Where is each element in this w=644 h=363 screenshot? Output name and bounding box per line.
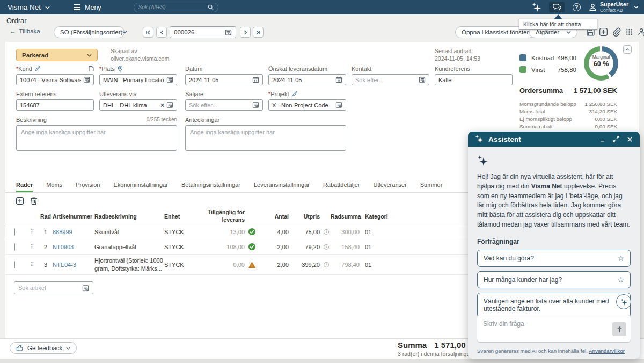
chevron-down-icon bbox=[122, 31, 127, 34]
projekt-input[interactable]: X - Non-Project Code. bbox=[268, 99, 346, 111]
artikelnummer-link[interactable]: NT0903 bbox=[53, 244, 94, 250]
lookup-icon[interactable] bbox=[419, 76, 426, 83]
edit-pencil-icon[interactable] bbox=[292, 91, 298, 97]
assistant-welcome: Hej! Jag är din nya virtuella assistent,… bbox=[477, 172, 630, 230]
suggestion-button[interactable]: Vad kan du göra? ☆ bbox=[477, 250, 631, 267]
kundreferens-label: Kundreferens bbox=[435, 65, 513, 72]
tab-betalningsinstallningar[interactable]: Betalningsinställningar bbox=[181, 179, 240, 191]
edit-pencil-icon[interactable] bbox=[35, 66, 41, 71]
global-search-input[interactable]: Sök (Alt+S) bbox=[134, 3, 218, 12]
calendar-icon[interactable] bbox=[335, 76, 342, 83]
price-details-icon[interactable] bbox=[320, 244, 331, 250]
user-history-icon[interactable] bbox=[638, 27, 644, 37]
copy-icon[interactable] bbox=[89, 66, 94, 72]
add-row-icon[interactable] bbox=[15, 196, 24, 205]
brand-menu[interactable]: Visma Net bbox=[0, 3, 50, 11]
tab-rader[interactable]: Rader bbox=[16, 179, 33, 192]
tab-summor[interactable]: Summor bbox=[420, 179, 443, 191]
utleverans-via-input[interactable]: DHL - DHL klima × bbox=[99, 99, 177, 111]
lookup-icon[interactable] bbox=[225, 29, 232, 36]
suggestion-button[interactable]: Hur många kunder har jag? ☆ bbox=[477, 271, 631, 288]
order-number-input[interactable]: 000026 bbox=[170, 26, 236, 38]
clear-icon[interactable]: × bbox=[160, 101, 164, 109]
datum-input[interactable]: 2024-11-05 bbox=[185, 74, 263, 85]
collapse-panel-button[interactable] bbox=[623, 45, 632, 54]
expand-icon[interactable] bbox=[613, 136, 619, 142]
tab-ekonomiinstallningar[interactable]: Ekonomiinställningar bbox=[113, 179, 168, 191]
tab-rabattdetaljer[interactable]: Rabattdetaljer bbox=[323, 179, 360, 191]
suggestion-button[interactable]: Vänligen ange en lista över alla kunder … bbox=[477, 293, 631, 317]
lookup-icon[interactable] bbox=[83, 76, 90, 83]
ai-sparkle-icon[interactable] bbox=[532, 3, 541, 12]
kostnad-value: 498,00 bbox=[558, 55, 576, 61]
drag-handle-icon[interactable]: ⠿ bbox=[30, 262, 39, 267]
available-ok-icon bbox=[248, 228, 256, 236]
help-icon[interactable]: ? bbox=[573, 3, 581, 11]
user-menu[interactable]: SuperUser Confect AB bbox=[589, 2, 639, 13]
tab-provision[interactable]: Provision bbox=[76, 179, 100, 191]
leveransdatum-input[interactable]: 2024-11-05 bbox=[268, 74, 346, 85]
location-pin-icon[interactable] bbox=[118, 66, 123, 72]
delete-row-icon[interactable] bbox=[29, 196, 38, 205]
minimize-icon[interactable] bbox=[599, 136, 605, 142]
lookup-icon[interactable] bbox=[335, 101, 342, 108]
lookup-icon[interactable] bbox=[82, 285, 89, 292]
anteckningar-textarea[interactable]: Ange inga känsliga uppgifter här bbox=[185, 125, 346, 151]
extern-referens-input[interactable]: 154687 bbox=[16, 99, 94, 111]
feedback-button[interactable]: Ge feedback bbox=[10, 342, 77, 354]
plats-input[interactable]: MAIN - Primary Location bbox=[99, 74, 177, 85]
chat-icon[interactable] bbox=[549, 2, 565, 12]
row-checkbox[interactable] bbox=[14, 228, 15, 236]
price-details-icon[interactable] bbox=[320, 229, 331, 235]
terms-link[interactable]: Användarvillkor bbox=[589, 348, 625, 354]
add-icon[interactable] bbox=[599, 27, 608, 37]
assistant-sparkle-button[interactable] bbox=[616, 294, 631, 309]
ordersumma-row: Ordersumma1 571,00 SEK bbox=[519, 86, 617, 95]
lookup-icon[interactable] bbox=[166, 76, 173, 83]
kund-input[interactable]: 10074 - Visma Software AB bbox=[16, 74, 94, 85]
lookup-icon[interactable] bbox=[252, 101, 259, 108]
chevron-down-icon bbox=[634, 5, 639, 9]
star-icon[interactable]: ☆ bbox=[617, 276, 624, 284]
grid-notes-icon[interactable] bbox=[625, 27, 634, 37]
assistant-title: Assistent bbox=[488, 135, 521, 143]
order-type-select[interactable]: SO (Försäljningsorder) bbox=[54, 26, 125, 38]
row-checkbox[interactable] bbox=[14, 261, 15, 268]
kontakt-input[interactable]: Sök efter... bbox=[352, 74, 429, 85]
menu-button[interactable]: Meny bbox=[74, 4, 101, 11]
artikelnummer-link[interactable]: NTE04-3 bbox=[53, 262, 94, 268]
kund-label: *Kund bbox=[16, 65, 94, 72]
thumb-up-icon bbox=[16, 344, 24, 352]
price-details-icon[interactable] bbox=[320, 262, 331, 268]
artikelnummer-link[interactable]: 888999 bbox=[53, 229, 94, 235]
kostnad-swatch bbox=[519, 54, 526, 61]
send-arrow-button[interactable] bbox=[612, 322, 626, 336]
drag-handle-icon[interactable]: ⠿ bbox=[30, 229, 39, 235]
extern-referens-label: Extern referens bbox=[16, 90, 94, 97]
last-record-button[interactable] bbox=[253, 27, 264, 38]
back-button[interactable]: ← Tillbaka bbox=[10, 28, 40, 34]
drag-handle-icon[interactable]: ⠿ bbox=[30, 244, 39, 250]
kundreferens-input[interactable]: Kalle bbox=[435, 74, 513, 85]
close-icon[interactable] bbox=[627, 136, 633, 142]
kontakt-label: Kontakt bbox=[352, 65, 429, 72]
tab-utleveranser[interactable]: Utleveranser bbox=[373, 179, 406, 191]
tab-moms[interactable]: Moms bbox=[46, 179, 62, 191]
star-icon[interactable]: ☆ bbox=[617, 255, 624, 262]
summary-row: Ej momspliktigt belopp0,00 SEK bbox=[519, 116, 617, 122]
calendar-icon[interactable] bbox=[252, 76, 259, 83]
beskrivning-textarea[interactable]: Ange inga känsliga uppgifter här bbox=[16, 125, 177, 151]
saljare-input[interactable]: Sök efter... bbox=[185, 99, 263, 111]
lookup-icon[interactable] bbox=[166, 101, 173, 108]
previous-record-button[interactable] bbox=[156, 27, 167, 38]
status-dropdown[interactable]: Parkerad bbox=[16, 49, 98, 61]
assistant-question-input[interactable]: Skriv din fråga bbox=[477, 315, 631, 343]
attachment-icon[interactable] bbox=[612, 27, 621, 37]
article-search-input[interactable]: Sök artikel bbox=[14, 281, 93, 294]
tab-leveransinstallningar[interactable]: Leveransinställningar bbox=[254, 179, 310, 191]
created-by: Skapad av: oliver.okane.visma.com bbox=[111, 47, 169, 62]
first-record-button[interactable] bbox=[143, 27, 153, 38]
marginal-label: Marginal 60 % bbox=[584, 55, 618, 68]
next-record-button[interactable] bbox=[240, 27, 251, 38]
row-checkbox[interactable] bbox=[14, 243, 15, 251]
